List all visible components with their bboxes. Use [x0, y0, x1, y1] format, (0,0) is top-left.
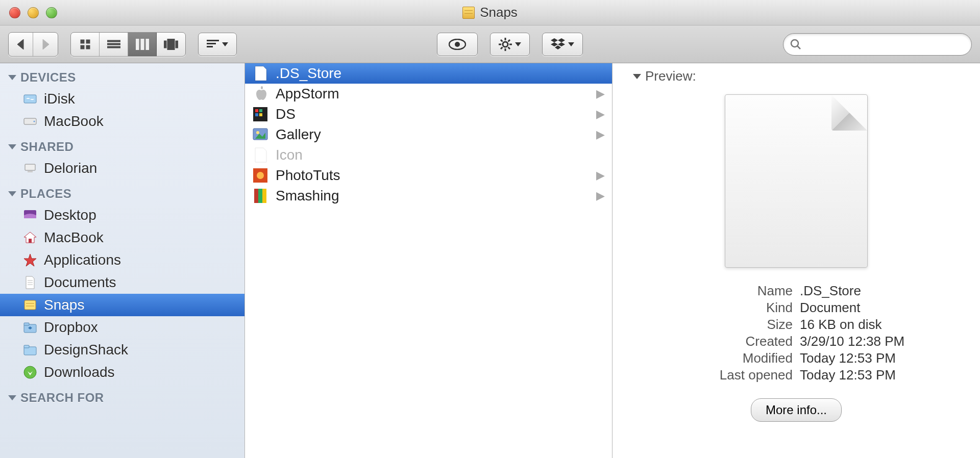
- title-folder-icon: [462, 7, 475, 19]
- action-menu-button[interactable]: [490, 33, 530, 56]
- preview-thumbnail: [725, 94, 868, 268]
- file-label: PhotoTuts: [276, 167, 589, 184]
- sidebar-item-desktop[interactable]: Desktop: [0, 204, 244, 226]
- sidebar-heading-shared[interactable]: SHARED: [0, 137, 244, 157]
- meta-modified-value: Today 12:53 PM: [800, 350, 896, 366]
- content-area: DEVICES iDisk MacBook SHARED Delorian: [0, 63, 980, 458]
- file-label: Smashing: [276, 188, 589, 204]
- svg-point-58: [261, 86, 263, 89]
- close-window-button[interactable]: [9, 7, 20, 18]
- icon-view-icon: [79, 38, 91, 50]
- file-row-ds[interactable]: DS ▶: [245, 104, 612, 124]
- svg-marker-1: [43, 39, 49, 49]
- sidebar-item-applications[interactable]: Applications: [0, 249, 244, 271]
- svg-rect-12: [164, 41, 166, 48]
- search-icon: [790, 39, 801, 50]
- file-row-dsstore[interactable]: .DS_Store: [245, 63, 612, 84]
- folder-icon: [22, 342, 38, 358]
- arrange-menu-button[interactable]: [198, 33, 237, 56]
- sidebar-item-label: Dropbox: [44, 319, 98, 336]
- sidebar-item-snaps[interactable]: Snaps: [0, 294, 244, 316]
- svg-line-28: [508, 40, 510, 42]
- svg-marker-0: [17, 39, 23, 49]
- svg-rect-70: [258, 189, 262, 203]
- sidebar-item-delorian[interactable]: Delorian: [0, 157, 244, 180]
- nav-back-forward: [8, 32, 58, 57]
- svg-rect-52: [24, 323, 29, 325]
- sidebar: DEVICES iDisk MacBook SHARED Delorian: [0, 63, 245, 458]
- sidebar-item-label: MacBook: [44, 113, 104, 130]
- file-row-gallery[interactable]: Gallery ▶: [245, 124, 612, 145]
- svg-marker-31: [551, 42, 558, 46]
- file-row-icon[interactable]: Icon: [245, 145, 612, 165]
- view-column-button[interactable]: [128, 33, 157, 56]
- sidebar-item-macbook-drive[interactable]: MacBook: [0, 110, 244, 133]
- file-label: .DS_Store: [276, 65, 605, 82]
- sidebar-item-macbook-home[interactable]: MacBook: [0, 226, 244, 249]
- sidebar-item-label: Downloads: [44, 364, 115, 380]
- minimize-window-button[interactable]: [28, 7, 39, 18]
- more-info-button[interactable]: More info...: [751, 398, 842, 422]
- phototuts-folder-icon: [252, 167, 268, 184]
- svg-line-26: [508, 47, 510, 49]
- file-row-appstorm[interactable]: AppStorm ▶: [245, 84, 612, 104]
- sidebar-section-devices: DEVICES iDisk MacBook: [0, 67, 244, 133]
- preview-heading-label: Preview:: [645, 68, 696, 84]
- svg-rect-55: [24, 345, 29, 348]
- forward-button[interactable]: [33, 33, 58, 56]
- folder-arrow-icon: ▶: [596, 108, 605, 121]
- dropbox-menu-button[interactable]: [542, 33, 583, 56]
- idisk-icon: [22, 91, 38, 107]
- sidebar-heading-places[interactable]: PLACES: [0, 184, 244, 204]
- arrange-icon: [207, 40, 219, 49]
- file-label: Icon: [276, 147, 605, 163]
- svg-rect-63: [259, 113, 262, 116]
- folder-arrow-icon: ▶: [596, 169, 605, 182]
- file-row-phototuts[interactable]: PhotoTuts ▶: [245, 165, 612, 186]
- sidebar-heading-searchfor[interactable]: SEARCH FOR: [0, 388, 244, 408]
- sidebar-item-designshack[interactable]: DesignShack: [0, 339, 244, 361]
- quicklook-button[interactable]: [437, 33, 478, 56]
- toolbar: [0, 26, 980, 63]
- sidebar-item-label: Applications: [44, 252, 121, 268]
- gear-icon: [499, 38, 512, 51]
- dropbox-folder-icon: [22, 320, 38, 335]
- svg-rect-62: [255, 113, 258, 116]
- sidebar-heading-devices[interactable]: DEVICES: [0, 67, 244, 88]
- apple-folder-icon: [252, 86, 268, 102]
- svg-rect-40: [28, 171, 33, 172]
- sidebar-item-downloads[interactable]: Downloads: [0, 361, 244, 384]
- view-list-button[interactable]: [100, 33, 128, 56]
- sidebar-heading-label: SEARCH FOR: [20, 391, 104, 405]
- svg-rect-17: [207, 46, 213, 47]
- sidebar-item-idisk[interactable]: iDisk: [0, 88, 244, 110]
- preview-metadata: Name.DS_Store KindDocument Size16 KB on …: [633, 283, 960, 383]
- sidebar-item-label: iDisk: [44, 91, 75, 107]
- network-pc-icon: [22, 161, 38, 176]
- list-view-icon: [107, 39, 120, 49]
- view-icon-button[interactable]: [71, 33, 100, 56]
- folder-arrow-icon: ▶: [596, 189, 605, 202]
- svg-rect-11: [146, 39, 149, 50]
- svg-rect-61: [259, 109, 262, 112]
- svg-rect-8: [107, 46, 120, 48]
- svg-line-25: [501, 40, 503, 42]
- view-coverflow-button[interactable]: [157, 33, 185, 56]
- search-input[interactable]: [783, 33, 972, 56]
- sidebar-item-documents[interactable]: Documents: [0, 271, 244, 294]
- svg-rect-7: [107, 43, 120, 45]
- sidebar-section-searchfor: SEARCH FOR: [0, 388, 244, 408]
- sidebar-heading-label: DEVICES: [20, 70, 76, 85]
- document-icon: [725, 94, 868, 268]
- back-button[interactable]: [9, 33, 33, 56]
- file-row-smashing[interactable]: Smashing ▶: [245, 186, 612, 206]
- preview-heading[interactable]: Preview:: [633, 68, 960, 84]
- zoom-window-button[interactable]: [46, 7, 57, 18]
- back-arrow-icon: [16, 39, 26, 49]
- folder-arrow-icon: ▶: [596, 87, 605, 100]
- svg-point-38: [34, 121, 35, 122]
- svg-point-34: [791, 40, 798, 47]
- svg-point-65: [256, 131, 259, 134]
- sidebar-item-dropbox[interactable]: Dropbox: [0, 316, 244, 339]
- chevron-down-icon: [568, 42, 574, 46]
